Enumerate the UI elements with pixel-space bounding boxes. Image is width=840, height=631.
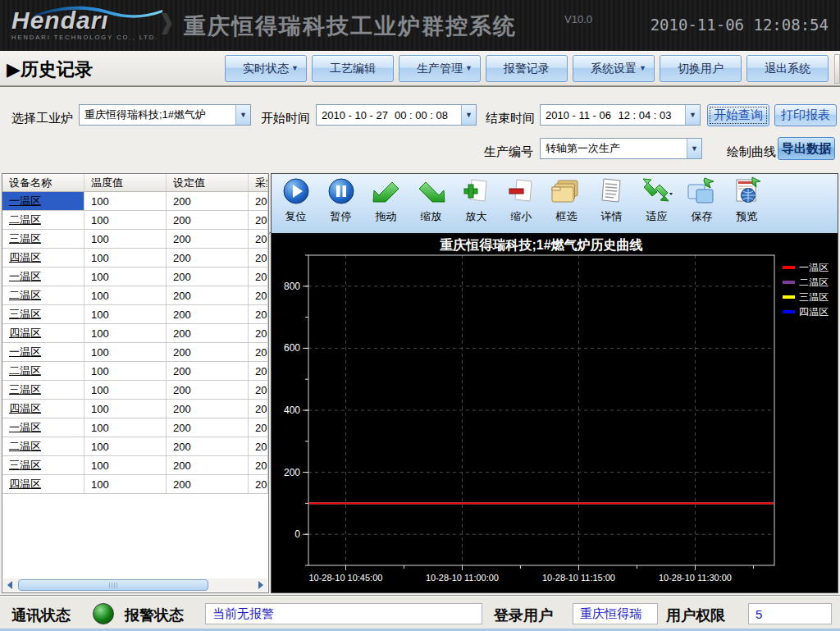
toolbar-button-放大[interactable]: 放大 (454, 174, 499, 233)
table-cell: 200 (167, 305, 249, 324)
chevron-down-icon[interactable]: ▼ (235, 105, 250, 125)
table-row[interactable]: 一温区1002002010 (2, 418, 268, 437)
horizontal-scrollbar[interactable] (3, 578, 267, 592)
nav-button-exit-system[interactable]: 退出系统 (746, 55, 829, 82)
chevron-down-icon: ▼ (639, 64, 646, 72)
user-permission-field: 5 (748, 603, 832, 624)
batch-select-value: 转轴第一次生产 (541, 141, 620, 156)
svg-text:10-28-10 10:45:00: 10-28-10 10:45:00 (308, 573, 382, 583)
nav-button-realtime-status[interactable]: 实时状态▼ (225, 55, 307, 82)
nav-button-switch-user[interactable]: 切换用户 (660, 55, 742, 82)
table-cell: 100 (84, 230, 167, 249)
table-cell: 2010 (249, 249, 268, 267)
system-clock: 2010-11-06 12:08:54 (651, 16, 829, 34)
table-row[interactable]: 二温区1002002010 (2, 437, 268, 456)
start-time-value: 00 : 00 : 08 (390, 109, 448, 121)
table-row[interactable]: 四温区1002002010 (2, 324, 268, 343)
chevron-down-icon[interactable]: ▼ (685, 105, 700, 125)
toolbar-button-复位[interactable]: 复位 (273, 174, 318, 233)
nav-button-production-manage[interactable]: 生产管理▼ (399, 55, 481, 82)
svg-text:10-28-10 11:00:00: 10-28-10 11:00:00 (426, 573, 499, 583)
table-cell: 100 (84, 400, 167, 418)
fit-arrows-icon (641, 176, 673, 209)
table-cell: 2010 (249, 286, 268, 305)
document-icon (596, 176, 628, 209)
svg-text:四温区: 四温区 (799, 306, 829, 318)
toolbar-button-详情[interactable]: 详情 (589, 174, 634, 233)
chevron-down-icon[interactable]: ▼ (461, 105, 476, 125)
table-row[interactable]: 三温区1002002010 (2, 305, 268, 324)
print-report-button[interactable]: 打印报表 (774, 104, 837, 126)
toolbar-button-label: 复位 (285, 209, 307, 224)
nav-button-alarm-record[interactable]: 报警记录 (486, 55, 568, 82)
table-cell: 200 (167, 437, 249, 456)
toolbar-button-label: 暂停 (331, 209, 352, 224)
table-cell: 200 (167, 211, 249, 230)
arrow-down-right-icon (415, 176, 448, 209)
nav-buttons: 实时状态▼工艺编辑生产管理▼报警记录系统设置▼切换用户退出系统 (225, 55, 829, 82)
column-header[interactable]: 设备名称 (2, 174, 84, 191)
toolbar-button-缩放[interactable]: 缩放 (409, 174, 454, 233)
end-date-value: 2010 - 11 - 06 (541, 109, 611, 121)
column-header[interactable]: 温度值 (84, 174, 167, 191)
table-cell: 200 (167, 267, 249, 286)
scrollbar-thumb[interactable] (18, 579, 208, 591)
table-row[interactable]: 四温区1002002010 (2, 400, 268, 418)
end-time-picker[interactable]: 2010 - 11 - 06 12 : 04 : 03 ▼ (540, 104, 701, 126)
scroll-right-arrow-icon[interactable] (254, 578, 267, 592)
table-cell: 二温区 (2, 211, 84, 230)
end-time-value: 12 : 04 : 03 (613, 109, 671, 121)
table-row[interactable]: 二温区1002002010 (2, 211, 268, 230)
table-row[interactable]: 一温区1002002010 (2, 267, 268, 286)
svg-text:200: 200 (284, 467, 300, 478)
table-cell: 四温区 (2, 324, 84, 343)
table-cell: 100 (84, 362, 167, 381)
batch-select[interactable]: 转轴第一次生产 ▼ (540, 138, 702, 159)
nav-button-process-edit[interactable]: 工艺编辑 (312, 55, 394, 82)
table-row[interactable]: 一温区1002002010 (2, 192, 268, 211)
table-row[interactable]: 四温区1002002010 (2, 475, 268, 494)
table-row[interactable]: 二温区1002002010 (2, 286, 268, 305)
toolbar-button-缩小[interactable]: 缩小 (499, 174, 544, 233)
table-cell: 2010 (249, 267, 268, 286)
svg-text:10-28-10 11:30:00: 10-28-10 11:30:00 (659, 573, 732, 583)
table-cell: 二温区 (2, 286, 84, 305)
chevron-down-icon[interactable]: ▼ (687, 139, 701, 158)
table-row[interactable]: 三温区1002002010 (2, 381, 268, 400)
toolbar-button-适应[interactable]: 适应 (634, 174, 679, 233)
table-row[interactable]: 一温区1002002010 (2, 343, 268, 362)
query-button[interactable]: 开始查询 (707, 104, 769, 126)
toolbar-button-预览[interactable]: 预览 (724, 174, 769, 233)
table-header: 设备名称温度值设定值采集时间 (2, 174, 268, 192)
scroll-left-arrow-icon[interactable] (3, 578, 16, 592)
logo-subtext: HENDARI TECHNOLOGY CO., LTD. (11, 34, 158, 41)
zoom-in-icon (460, 176, 493, 209)
svg-text:三温区: 三温区 (799, 291, 829, 303)
table-cell: 二温区 (2, 362, 84, 381)
column-header[interactable]: 设定值 (167, 174, 249, 191)
toolbar-button-框选[interactable]: 框选 (544, 174, 589, 233)
table-row[interactable]: 四温区1002002010 (2, 249, 268, 267)
table-cell: 2010 (249, 324, 268, 343)
comm-status-label: 通讯状态 (11, 606, 71, 625)
column-header[interactable]: 采集时间 (249, 174, 268, 191)
preview-icon (731, 176, 764, 209)
alarm-status-label: 报警状态 (125, 606, 184, 625)
toolbar-button-暂停[interactable]: 暂停 (318, 174, 363, 233)
table-row[interactable]: 三温区1002002010 (2, 456, 268, 475)
table-row[interactable]: 二温区1002002010 (2, 362, 268, 381)
toolbar-button-label: 预览 (737, 209, 758, 224)
zoom-out-icon (505, 176, 538, 209)
furnace-select[interactable]: 重庆恒得瑞科技;1#燃气炉 ▼ (79, 104, 251, 126)
table-row[interactable]: 三温区1002002010 (2, 230, 268, 249)
toolbar-button-label: 缩放 (421, 209, 442, 224)
toolbar-button-保存[interactable]: 保存 (679, 174, 724, 233)
table-cell: 100 (84, 418, 167, 437)
nav-button-system-settings[interactable]: 系统设置▼ (573, 55, 655, 82)
table-cell: 100 (84, 249, 167, 267)
toolbar-button-label: 详情 (601, 209, 623, 224)
toolbar-button-拖动[interactable]: 拖动 (363, 174, 409, 233)
export-data-button[interactable]: 导出数据 (778, 137, 835, 160)
start-time-picker[interactable]: 2010 - 10 - 27 00 : 00 : 08 ▼ (316, 104, 477, 126)
history-table-panel: 设备名称温度值设定值采集时间 一温区1002002010二温区100200201… (2, 173, 269, 593)
